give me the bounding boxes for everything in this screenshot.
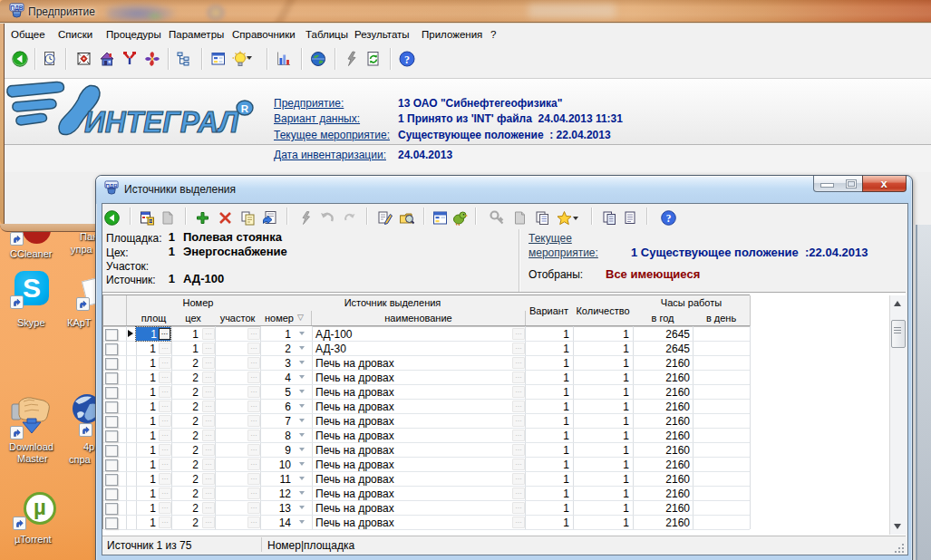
svg-text:?: ?: [666, 213, 672, 224]
svg-text:?: ?: [404, 53, 410, 66]
svg-text:ПДВ: ПДВ: [105, 182, 118, 188]
svg-text:ПДВ: ПДВ: [11, 5, 24, 12]
svg-text:R: R: [241, 103, 249, 114]
svg-text:ИНТЕГРАЛ: ИНТЕГРАЛ: [84, 105, 239, 139]
